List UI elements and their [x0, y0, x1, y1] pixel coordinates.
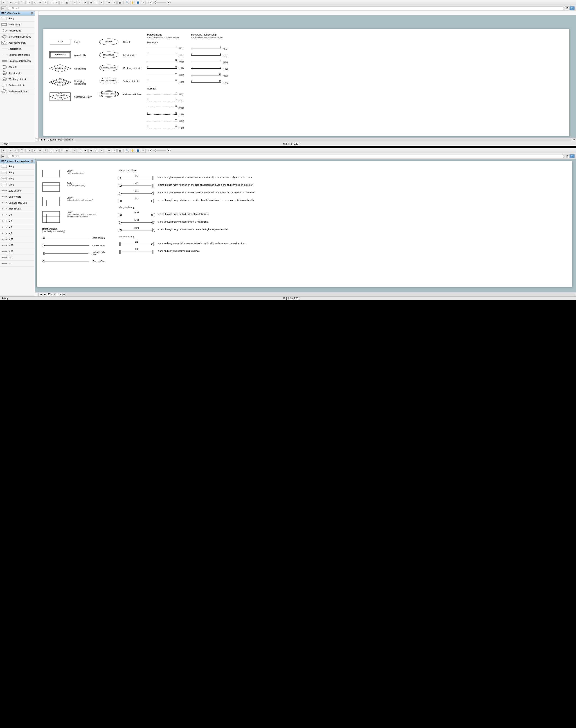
shape-item-ellipse-weak[interactable]: Weak key attribute: [0, 76, 35, 82]
zoom-fit-button[interactable]: 👤: [136, 1, 140, 5]
zoom-slider[interactable]: −+: [148, 1, 171, 4]
view-mode-2[interactable]: ▦: [59, 293, 62, 296]
route5-button[interactable]: ↳: [54, 1, 58, 5]
line2-button[interactable]: ⟍: [78, 1, 82, 5]
shape-item-m1-b[interactable]: M:1: [0, 218, 35, 224]
shape-item-assoc[interactable]: Associative entity: [0, 40, 35, 46]
view-mode-2[interactable]: ▦: [67, 138, 70, 142]
insert-button[interactable]: ⊞: [65, 149, 69, 153]
search-icon[interactable]: 🔍: [570, 154, 575, 158]
shape-item-diamond[interactable]: Relationship: [0, 28, 35, 34]
h-scrollbar-track[interactable]: [66, 293, 575, 296]
ellipse-button[interactable]: ⬭: [14, 149, 19, 153]
shape-item-m1-d[interactable]: M:1: [0, 230, 35, 236]
close-icon[interactable]: ×: [31, 12, 33, 14]
shape-item-mm-a[interactable]: M:M: [0, 236, 35, 242]
shape-item-11-a[interactable]: 1:1: [0, 254, 35, 261]
shape-item-m1-c[interactable]: M:1: [0, 224, 35, 230]
view-mode-3[interactable]: ▤: [70, 138, 74, 142]
shape-item-ellipse-dbl[interactable]: Multivalue attribute: [0, 88, 35, 94]
group1-button[interactable]: ⧉: [107, 1, 111, 5]
shape-item-line-dbl[interactable]: Recursive relationship: [0, 58, 35, 64]
line1-button[interactable]: ⟋: [72, 149, 77, 153]
shape-item-cf-11[interactable]: One and only One: [0, 200, 35, 206]
group2-button[interactable]: ⧈: [112, 1, 117, 5]
grid-view-button[interactable]: ⊞: [565, 154, 570, 158]
zoom-in-icon[interactable]: +: [167, 1, 171, 4]
ellipse-button[interactable]: ⬭: [14, 1, 19, 5]
hand-button[interactable]: ✋: [130, 1, 135, 5]
branch2-button[interactable]: ⊣: [88, 1, 93, 5]
view-mode-3[interactable]: ▤: [62, 293, 65, 296]
tree-view-button[interactable]: ☰: [1, 154, 6, 158]
zoom-in-icon[interactable]: +: [167, 149, 171, 152]
zoom-track[interactable]: [153, 2, 166, 3]
zoom-level[interactable]: Custom 79%: [47, 138, 62, 142]
page-prev-button[interactable]: ◀: [39, 138, 43, 142]
group1-button[interactable]: ⧉: [107, 149, 111, 153]
route4-button[interactable]: ⤵: [49, 149, 53, 153]
page-prev-button[interactable]: ◀: [39, 293, 43, 296]
rect-button[interactable]: ▭: [9, 1, 13, 5]
zoom-fit-button[interactable]: 👤: [136, 149, 140, 153]
page-first-button[interactable]: ‖: [35, 138, 39, 142]
shape-item-ellipse[interactable]: Attribute: [0, 64, 35, 70]
route6-button[interactable]: ↱: [59, 1, 64, 5]
branch4-button[interactable]: ⊥: [99, 149, 104, 153]
branch3-button[interactable]: ⊤: [94, 149, 98, 153]
zoom-level[interactable]: 75%: [47, 293, 53, 296]
group3-button[interactable]: ▦: [117, 1, 122, 5]
zoom-stepper-icon[interactable]: ⇅: [53, 294, 56, 296]
shape-item-rect-plain[interactable]: Entity: [0, 163, 35, 170]
search-icon[interactable]: 🔍: [570, 6, 575, 10]
pointer-button[interactable]: ↖: [1, 1, 6, 5]
fit-button[interactable]: ⊡: [572, 138, 576, 142]
text-button[interactable]: T: [20, 149, 24, 153]
zoom-out-icon[interactable]: −: [148, 1, 152, 4]
shape-item-cf-01[interactable]: Zero or One: [0, 206, 35, 212]
search-input[interactable]: [8, 6, 564, 10]
route2-button[interactable]: ⬏: [38, 149, 42, 153]
zoom-slider[interactable]: −+: [148, 149, 171, 152]
canvas[interactable]: EntityEntityWeak EntityWeak EntityRelati…: [39, 15, 574, 137]
route4-button[interactable]: ⤵: [49, 1, 53, 5]
shape-item-rect-cols[interactable]: Entity: [0, 176, 35, 182]
h-scrollbar-track[interactable]: [75, 139, 571, 141]
shape-item-rect-dbl[interactable]: Weak entity: [0, 22, 35, 28]
page-next-button[interactable]: ▶: [43, 138, 47, 142]
eyedrop-button[interactable]: ✎: [141, 149, 146, 153]
shape-item-rect-rows[interactable]: Entity: [0, 182, 35, 188]
shape-item-rect-header[interactable]: Entity: [0, 170, 35, 176]
route1-button[interactable]: ⬎: [32, 1, 37, 5]
shape-item-line[interactable]: Participation: [0, 46, 35, 52]
line2-button[interactable]: ⟍: [78, 149, 82, 153]
route3-button[interactable]: ⤴: [43, 1, 48, 5]
route6-button[interactable]: ↱: [59, 149, 64, 153]
shape-item-m1-a[interactable]: M:1: [0, 212, 35, 218]
group3-button[interactable]: ▦: [117, 149, 122, 153]
view-mode-1[interactable]: ▢: [64, 138, 67, 142]
shape-item-11-b[interactable]: 1:1: [0, 261, 35, 267]
branch3-button[interactable]: ⊤: [94, 1, 98, 5]
zoom-out-icon[interactable]: −: [148, 149, 152, 152]
shape-item-line-dash[interactable]: Optional participation: [0, 52, 35, 58]
search-input[interactable]: [8, 154, 564, 158]
connector-button[interactable]: ⬐: [27, 1, 31, 5]
line1-button[interactable]: ⟋: [72, 1, 77, 5]
zoom-track[interactable]: [153, 150, 166, 151]
connector-button[interactable]: ⬐: [27, 149, 31, 153]
close-icon[interactable]: ×: [31, 160, 33, 162]
insert-button[interactable]: ⊞: [65, 1, 69, 5]
shape-item-cf-1m[interactable]: One or More: [0, 194, 35, 200]
text-button[interactable]: T: [20, 1, 24, 5]
shape-item-diamond-dbl[interactable]: Identifying relationship: [0, 34, 35, 40]
page-next-button[interactable]: ▶: [43, 293, 47, 296]
group2-button[interactable]: ⧈: [112, 149, 117, 153]
zoom-thumb[interactable]: [154, 149, 156, 152]
route5-button[interactable]: ↳: [54, 149, 58, 153]
canvas[interactable]: Entity(with no attributes)Entity(with at…: [35, 160, 574, 292]
branch2-button[interactable]: ⊣: [88, 149, 93, 153]
tree-view-button[interactable]: ☰: [1, 6, 6, 10]
grid-view-button[interactable]: ⊞: [565, 6, 570, 10]
shape-item-mm-b[interactable]: M:M: [0, 242, 35, 248]
